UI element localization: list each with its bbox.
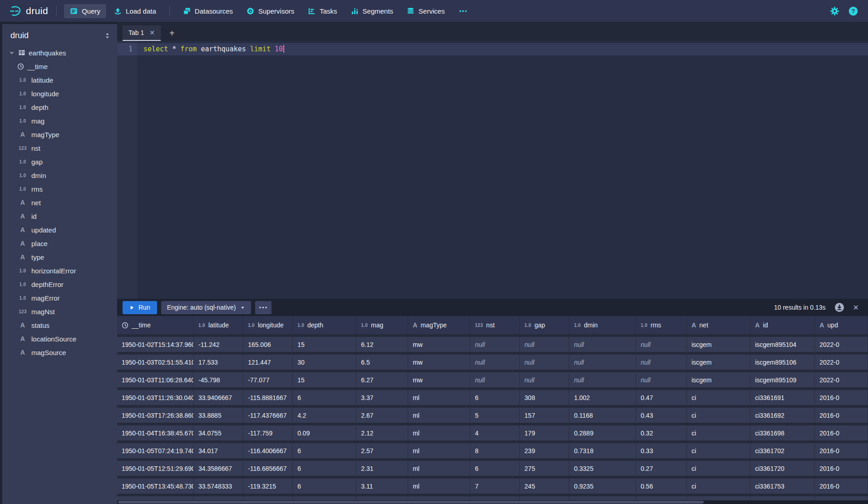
cell-latitude[interactable]: 17.533 bbox=[194, 355, 243, 370]
column-header-longitude[interactable]: 1.0longitude bbox=[243, 316, 293, 334]
help-icon[interactable]: ? bbox=[848, 6, 858, 16]
sidebar-column-place[interactable]: Aplace bbox=[2, 237, 117, 250]
cell-mag[interactable]: 2.67 bbox=[356, 408, 408, 423]
tab-close-icon[interactable]: ✕ bbox=[149, 29, 155, 36]
cell-gap[interactable]: 245 bbox=[520, 479, 569, 494]
add-tab-button[interactable]: + bbox=[165, 25, 179, 41]
cell-latitude[interactable]: 33.9406667 bbox=[194, 390, 243, 405]
column-header-magType[interactable]: AmagType bbox=[408, 316, 470, 334]
cell-__time[interactable]: 1950-01-02T15:14:37.960Z bbox=[117, 337, 194, 352]
nav-item-services[interactable]: Services bbox=[401, 4, 451, 18]
sidebar-column-magError[interactable]: 1.0magError bbox=[2, 291, 117, 305]
cell-__time[interactable]: 1950-01-03T17:26:38.860Z bbox=[117, 408, 194, 423]
column-header-nst[interactable]: 123nst bbox=[470, 316, 520, 334]
cell-magType[interactable]: mw bbox=[408, 337, 470, 352]
cell-net[interactable]: iscgem bbox=[687, 355, 750, 370]
cell-upd[interactable]: 2022-0 bbox=[815, 372, 868, 387]
tab-1[interactable]: Tab 1 ✕ bbox=[123, 25, 161, 41]
cell-magType[interactable]: ml bbox=[408, 461, 470, 476]
cell-upd[interactable]: 2016-0 bbox=[815, 461, 868, 476]
cell-nst[interactable]: null bbox=[470, 355, 520, 370]
nav-item-more[interactable] bbox=[453, 4, 473, 18]
cell-nst[interactable]: 5 bbox=[470, 408, 520, 423]
cell-net[interactable]: ci bbox=[687, 390, 750, 405]
cell-mag[interactable]: 3.11 bbox=[356, 479, 408, 494]
cell-longitude[interactable]: -117.759 bbox=[243, 425, 293, 440]
schema-selector[interactable]: druid bbox=[2, 24, 117, 46]
cell-latitude[interactable]: 33.8885 bbox=[194, 408, 243, 423]
cell-net[interactable]: iscgem bbox=[687, 337, 750, 352]
cell-id[interactable]: ci3361720 bbox=[750, 461, 815, 476]
cell-__time[interactable]: 1950-01-03T02:51:55.410Z bbox=[117, 355, 194, 370]
cell-id[interactable]: iscgem895106 bbox=[750, 355, 815, 370]
column-header-gap[interactable]: 1.0gap bbox=[520, 316, 569, 334]
cell-longitude[interactable]: 165.006 bbox=[243, 337, 293, 352]
cell-net[interactable]: ci bbox=[687, 461, 750, 476]
cell-upd[interactable]: 2022-0 bbox=[815, 355, 868, 370]
cell-net[interactable]: ci bbox=[687, 443, 750, 458]
double-caret-vertical-icon[interactable] bbox=[104, 32, 111, 39]
sidebar-table-earthquakes[interactable]: earthquakes bbox=[2, 46, 117, 59]
cell-latitude[interactable]: -11.242 bbox=[194, 337, 243, 352]
cell-longitude[interactable]: -115.8881667 bbox=[243, 390, 293, 405]
cell-longitude[interactable]: -117.4376667 bbox=[243, 408, 293, 423]
cell-mag[interactable]: 6.27 bbox=[356, 372, 408, 387]
column-header-net[interactable]: Anet bbox=[687, 316, 750, 334]
cell-gap[interactable]: 179 bbox=[520, 425, 569, 440]
cell-magType[interactable]: mw bbox=[408, 355, 470, 370]
sidebar-column-dmin[interactable]: 1.0dmin bbox=[2, 168, 117, 182]
cell-gap[interactable]: null bbox=[520, 372, 569, 387]
query-more-button[interactable]: ••• bbox=[255, 301, 271, 314]
cell-upd[interactable]: 2016-0 bbox=[815, 390, 868, 405]
cell-magType[interactable]: ml bbox=[408, 425, 470, 440]
cell-id[interactable]: ci3361702 bbox=[750, 443, 815, 458]
cell-longitude[interactable]: -119.3215 bbox=[243, 479, 293, 494]
cell-rms[interactable]: 0.43 bbox=[636, 408, 687, 423]
column-header-__time[interactable]: __time bbox=[117, 316, 194, 334]
sql-editor[interactable]: 1 select * from earthquakes limit 10 bbox=[117, 41, 868, 299]
sidebar-column-gap[interactable]: 1.0gap bbox=[2, 155, 117, 168]
cell-id[interactable]: ci3361692 bbox=[750, 408, 815, 423]
cell-nst[interactable]: 4 bbox=[470, 425, 520, 440]
column-header-rms[interactable]: 1.0rms bbox=[636, 316, 687, 334]
cell-latitude[interactable]: -45.798 bbox=[194, 372, 243, 387]
cell-depth[interactable]: 6 bbox=[293, 443, 356, 458]
column-header-id[interactable]: Aid bbox=[750, 316, 815, 334]
cell-__time[interactable]: 1950-01-03T11:06:28.640Z bbox=[117, 372, 194, 387]
cell-magType[interactable]: ml bbox=[408, 479, 470, 494]
horizontal-scrollbar-thumb[interactable] bbox=[118, 501, 704, 504]
cell-__time[interactable]: 1950-01-04T16:38:45.670Z bbox=[117, 425, 194, 440]
cell-mag[interactable]: 6.5 bbox=[356, 355, 408, 370]
cell-rms[interactable]: 0.47 bbox=[636, 390, 687, 405]
cell-depth[interactable]: 4.2 bbox=[293, 408, 356, 423]
cell-id[interactable]: ci3361753 bbox=[750, 479, 815, 494]
cell-nst[interactable]: null bbox=[470, 337, 520, 352]
cell-gap[interactable]: 157 bbox=[520, 408, 569, 423]
cell-__time[interactable]: 1950-01-05T12:51:29.690Z bbox=[117, 461, 194, 476]
cell-nst[interactable]: 6 bbox=[470, 390, 520, 405]
druid-logo[interactable]: druid bbox=[7, 5, 50, 17]
sidebar-column-type[interactable]: Atype bbox=[2, 250, 117, 264]
cell-__time[interactable]: 1950-01-05T13:45:48.730Z bbox=[117, 479, 194, 494]
sidebar-column-magNst[interactable]: 123magNst bbox=[2, 305, 117, 318]
cell-longitude[interactable]: -116.4006667 bbox=[243, 443, 293, 458]
sidebar-column-depth[interactable]: 1.0depth bbox=[2, 100, 117, 114]
sidebar-column-latitude[interactable]: 1.0latitude bbox=[2, 73, 117, 87]
sidebar-column-horizontalError[interactable]: 1.0horizontalError bbox=[2, 264, 117, 277]
cell-gap[interactable]: null bbox=[520, 355, 569, 370]
cell-upd[interactable]: 2016-0 bbox=[815, 479, 868, 494]
cell-id[interactable]: iscgem895109 bbox=[750, 372, 815, 387]
cell-gap[interactable]: null bbox=[520, 337, 569, 352]
cell-depth[interactable]: 6 bbox=[293, 479, 356, 494]
chevron-down-icon[interactable] bbox=[9, 49, 15, 56]
cell-magType[interactable]: ml bbox=[408, 443, 470, 458]
cell-upd[interactable]: 2016-0 bbox=[815, 425, 868, 440]
cell-net[interactable]: ci bbox=[687, 408, 750, 423]
sidebar-column-id[interactable]: Aid bbox=[2, 209, 117, 223]
column-header-depth[interactable]: 1.0depth bbox=[293, 316, 356, 334]
engine-select[interactable]: Engine: auto (sql-native) bbox=[161, 301, 252, 314]
nav-item-load-data[interactable]: Load data bbox=[108, 4, 162, 18]
nav-item-segments[interactable]: Segments bbox=[345, 4, 399, 18]
cell-mag[interactable]: 6.12 bbox=[356, 337, 408, 352]
cell-longitude[interactable]: -77.077 bbox=[243, 372, 293, 387]
